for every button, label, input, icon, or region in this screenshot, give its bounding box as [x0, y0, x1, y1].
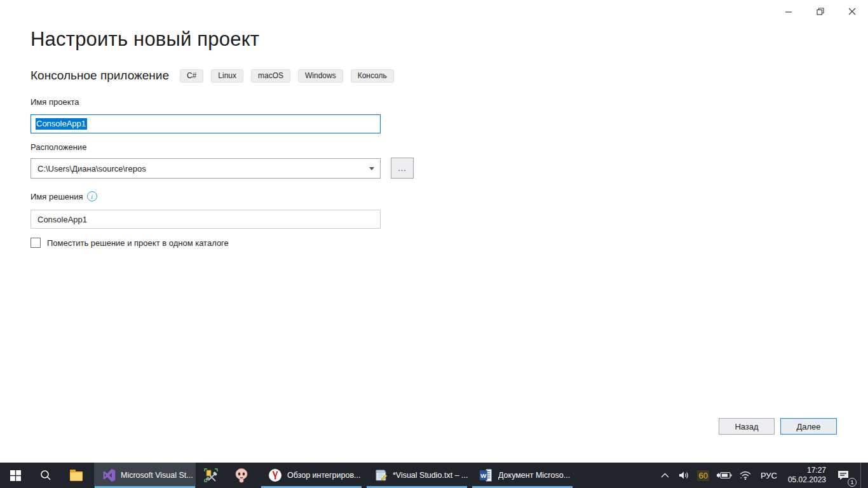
location-combobox[interactable]: C:\Users\Диана\source\repos	[31, 158, 381, 179]
notification-icon	[837, 470, 850, 480]
restore-icon[interactable]	[811, 4, 830, 19]
tag-csharp[interactable]: C#	[180, 69, 203, 83]
isaac-game-icon	[233, 467, 250, 484]
language-indicator[interactable]: РУС	[758, 471, 780, 480]
search-button[interactable]	[31, 463, 61, 488]
solution-name-value: ConsoleApp1	[37, 215, 87, 224]
visual-studio-icon	[102, 468, 116, 482]
rpg-maker-icon	[203, 468, 219, 483]
wifi-icon[interactable]: *	[738, 466, 752, 484]
task-label: Microsoft Visual St...	[121, 471, 193, 480]
taskbar-task-word[interactable]: W Документ Microso...	[471, 463, 573, 488]
system-tray: 60 * РУС 17:27 05.02.2023 1	[658, 463, 863, 488]
browse-button[interactable]: ...	[391, 158, 414, 179]
project-name-value: ConsoleApp1	[36, 118, 87, 130]
tag-linux[interactable]: Linux	[211, 69, 243, 83]
tag-macos[interactable]: macOS	[251, 69, 290, 83]
window-controls	[779, 4, 862, 19]
show-desktop-button[interactable]	[860, 463, 863, 488]
svg-text:W: W	[480, 472, 487, 479]
task-label: Обзор интегриров...	[287, 471, 360, 480]
solution-name-input[interactable]: ConsoleApp1	[31, 210, 381, 229]
tag-windows[interactable]: Windows	[298, 69, 343, 83]
file-explorer-button[interactable]	[61, 463, 92, 488]
notepad-icon	[374, 468, 388, 482]
project-name-label: Имя проекта	[31, 97, 79, 107]
chevron-down-icon[interactable]	[369, 167, 374, 170]
same-directory-checkbox[interactable]	[31, 238, 41, 248]
solution-name-label: Имя решения i	[31, 191, 97, 201]
taskbar-task-visual-studio[interactable]: Microsoft Visual St...	[94, 463, 196, 488]
word-icon: W	[479, 468, 493, 482]
time-value: 17:27	[788, 466, 826, 475]
taskbar-pin-rpg-maker[interactable]	[196, 463, 226, 488]
task-label: *Visual Studio.txt – ...	[393, 471, 468, 480]
date-value: 05.02.2023	[788, 475, 826, 485]
project-name-input[interactable]: ConsoleApp1	[31, 114, 381, 133]
next-button[interactable]: Далее	[780, 418, 837, 435]
taskbar-task-yandex-browser[interactable]: Обзор интегриров...	[261, 463, 362, 488]
taskbar-task-notepad[interactable]: *Visual Studio.txt – ...	[366, 463, 468, 488]
location-value: C:\Users\Диана\source\repos	[37, 164, 146, 173]
template-tags: C# Linux macOS Windows Консоль	[180, 69, 394, 83]
template-name: Консольное приложение	[31, 69, 169, 83]
location-label: Расположение	[31, 142, 86, 152]
chevron-up-icon[interactable]	[658, 466, 672, 484]
battery-percent-value[interactable]: 60	[697, 470, 709, 481]
back-button[interactable]: Назад	[719, 418, 775, 435]
info-icon[interactable]: i	[87, 191, 97, 201]
clock[interactable]: 17:27 05.02.2023	[785, 466, 829, 485]
taskbar-pin-isaac[interactable]	[226, 463, 257, 488]
battery-charging-icon[interactable]	[715, 466, 733, 484]
same-directory-label: Поместить решение и проект в одном катал…	[47, 238, 229, 248]
yandex-browser-icon	[268, 468, 282, 482]
page-title: Настроить новый проект	[31, 28, 259, 51]
svg-text:*: *	[740, 477, 742, 480]
taskbar: Microsoft Visual St... Обзор интегриров.…	[0, 463, 868, 488]
close-icon[interactable]	[843, 4, 862, 19]
task-label: Документ Microso...	[498, 471, 570, 480]
tag-console[interactable]: Консоль	[351, 69, 394, 83]
notification-count-badge: 1	[848, 478, 857, 487]
start-button[interactable]	[0, 463, 31, 488]
folder-icon	[70, 471, 83, 481]
speaker-icon[interactable]	[677, 466, 691, 484]
notification-center-button[interactable]: 1	[834, 466, 852, 484]
search-icon	[40, 470, 51, 481]
windows-start-icon	[10, 470, 21, 481]
minimize-icon[interactable]	[779, 4, 798, 19]
